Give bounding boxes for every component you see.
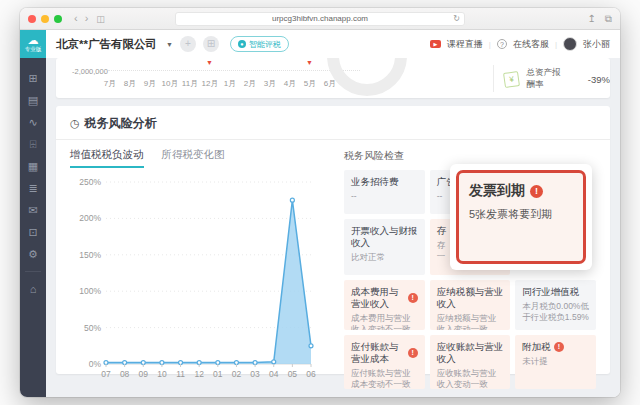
svg-text:06: 06 [306,369,316,379]
smart-tax-badge[interactable]: ● 智能评税 [230,36,289,52]
month-tick: 9月 [140,78,160,89]
risk-cell-entertainment[interactable]: 业务招待费 -- [344,170,425,214]
svg-text:04: 04 [269,369,279,379]
share-icon[interactable]: ↥ [587,13,595,25]
browser-window: ‹ › ◫ urpcg3hibfvn.chanapp.com ↻ ↥ ⧉ ☁ 专… [20,8,620,397]
tax-risk-card: ◷ 税务风险分析 增值税税负波动 所得税变化图 0%50%100%150%200… [56,106,610,374]
badge-icon: ● [238,40,246,48]
live-tv-icon: ▶ [430,40,441,48]
check-icon[interactable]: ⊡ [22,221,44,243]
forward-button[interactable]: › [85,13,89,24]
refresh-icon[interactable]: ↻ [453,14,460,23]
app-logo[interactable]: ☁ 专业版 [20,30,46,58]
risk-cell-payables[interactable]: 应付账款与营业成本! 应付账款与营业成本变动不一致 [344,335,425,389]
risk-cell-invoice-income[interactable]: 开票收入与财报收入 比对正常 [344,219,425,275]
svg-text:02: 02 [232,369,242,379]
online-support-link[interactable]: 在线客服 [513,38,549,51]
svg-text:07: 07 [101,369,111,379]
sidebar-toggle-icon[interactable]: ◫ [96,14,105,24]
chart-panel: 增值税税负波动 所得税变化图 0%50%100%150%200%250%0708… [70,148,332,389]
svg-text:50%: 50% [84,323,101,333]
tab-income-tax[interactable]: 所得税变化图 [162,148,225,168]
popup-title: 发票到期 [469,182,525,200]
minimize-window-button[interactable] [41,15,49,23]
zoom-window-button[interactable] [54,15,62,23]
axis-min-label: -2,000,000 [72,67,108,76]
invoice-icon[interactable]: ▤ [22,89,44,111]
risk-cell-tax-vs-revenue[interactable]: 应纳税额与营业收入 应纳税额与营业收入变动一致 [430,280,511,330]
svg-text:150%: 150% [79,250,101,260]
svg-text:0%: 0% [89,359,102,369]
avatar[interactable] [563,37,577,51]
ledger-icon[interactable]: ▦ [22,155,44,177]
alert-icon: ! [530,185,543,198]
topbar: 北京**广告有限公司 ▼ + ⊞ ● 智能评税 ▶ 课程直播 | ? 在线客服 … [46,30,620,58]
workbench-icon[interactable]: ⊞ [22,67,44,89]
month-tick: 12月 [200,78,220,89]
svg-text:03: 03 [250,369,260,379]
risk-cell-receivables[interactable]: 应收账款与营业收入 应收账款与营业收入变动一致 [430,335,511,389]
bills-icon[interactable]: ≣ [22,177,44,199]
live-course-link[interactable]: 课程直播 [447,38,483,51]
back-button[interactable]: ‹ [74,13,78,24]
divider [25,271,41,272]
risk-analysis-icon: ◷ [70,118,80,129]
kpi-return-on-assets: ¥ 总资产报酬率 -39% [504,67,610,91]
alert-icon: ! [408,293,418,303]
overview-card: -2,000,000 7月8月9月10月11月12月1月2月3月4月5月6月 ▼… [56,58,610,98]
donut-chart [327,58,407,96]
help-icon: ? [497,39,507,49]
content: -2,000,000 7月8月9月10月11月12月1月2月3月4月5月6月 ▼… [46,58,620,397]
alert-icon: ! [554,342,564,352]
svg-text:12: 12 [194,369,204,379]
close-window-button[interactable] [28,15,36,23]
risk-cell-surtax[interactable]: 附加税! 未计提 [515,335,596,389]
app-root: ☁ 专业版 ⊞▤∿⌹▦≣✉⊡⚙⌂ 北京**广告有限公司 ▼ + ⊞ ● 智能评税… [20,30,620,397]
message-icon[interactable]: ✉ [22,199,44,221]
tax-icon[interactable]: ⌹ [22,133,44,155]
address-bar[interactable]: urpcg3hibfvn.chanapp.com ↻ [175,12,465,26]
svg-text:10: 10 [157,369,167,379]
money-icon: ¥ [503,70,520,87]
svg-text:100%: 100% [79,286,101,296]
popup-message: 5张发票将要到期 [469,207,573,222]
company-selector[interactable]: 北京**广告有限公司 [56,37,157,52]
month-tick: 3月 [260,78,280,89]
kpi-value: -39% [588,74,610,85]
window-controls[interactable] [28,15,62,23]
divider [56,139,610,140]
chart-tabs: 增值税税负波动 所得税变化图 [70,148,332,168]
add-company-button[interactable]: + [180,36,196,52]
cloud-logo-icon: ☁ [28,35,39,46]
user-name[interactable]: 张小丽 [583,38,610,51]
report-chart-icon[interactable]: ∿ [22,111,44,133]
browser-chrome: ‹ › ◫ urpcg3hibfvn.chanapp.com ↻ ↥ ⧉ [20,8,620,30]
chevron-down-icon[interactable]: ▼ [166,41,173,48]
panel-title: 税务风险检查 [344,149,596,163]
month-tick: 7月 [100,78,120,89]
svg-text:08: 08 [120,369,130,379]
url-text: urpcg3hibfvn.chanapp.com [272,14,368,23]
kpi-label: 总资产报酬率 [526,67,566,91]
tabs-icon[interactable]: ⧉ [605,13,612,25]
tab-vat-burden[interactable]: 增值税税负波动 [70,148,144,168]
month-tick: 5月 [300,78,320,89]
month-tick: 8月 [120,78,140,89]
settings-icon[interactable]: ⚙ [22,243,44,265]
alert-icon: ! [408,348,418,358]
alert-marker-icon: ▼ [306,59,313,66]
logo-edition-label: 专业版 [25,47,42,53]
store-icon[interactable]: ⌂ [22,278,44,300]
month-axis: 7月8月9月10月11月12月1月2月3月4月5月6月 [100,78,340,89]
svg-text:200%: 200% [79,213,101,223]
separator: | [555,40,557,49]
svg-text:11: 11 [176,369,185,379]
sidebar: ☁ 专业版 ⊞▤∿⌹▦≣✉⊡⚙⌂ [20,30,46,397]
risk-cell-cost-vs-revenue[interactable]: 成本费用与营业收入! 成本费用与营业收入变动不一致 [344,280,425,330]
vat-burden-chart: 0%50%100%150%200%250%0708091011120102030… [70,174,332,384]
svg-text:09: 09 [139,369,149,379]
svg-text:01: 01 [213,369,223,379]
risk-cell-industry-vat[interactable]: 同行业增值税 本月税负0.00%低于行业税负1.59% [515,280,596,330]
divider [493,65,494,92]
apps-grid-button[interactable]: ⊞ [203,36,219,52]
